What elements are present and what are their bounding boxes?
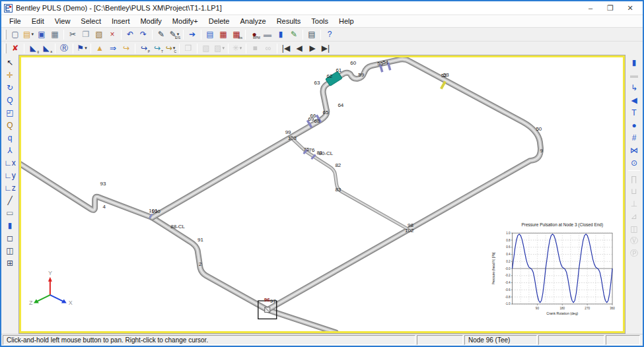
units-lbs-icon[interactable]: ▦lbs [230, 28, 243, 40]
database-icon[interactable]: ▮ [274, 28, 287, 40]
help-icon[interactable]: ? [323, 28, 336, 40]
menu-modify-plus[interactable]: Modify+ [167, 16, 203, 26]
copy-icon[interactable]: ❐ [79, 28, 92, 40]
node-label-60[interactable]: 60 [350, 60, 356, 66]
node-label-76[interactable]: 76 [309, 147, 315, 153]
minimize-button[interactable]: – [581, 2, 600, 14]
main-left-line[interactable] [21, 162, 152, 218]
open-file-icon[interactable]: ▤▾ [22, 28, 35, 40]
restart-icon[interactable]: Ⓡ [57, 42, 71, 54]
add-valve-icon[interactable]: ⋈ [627, 144, 641, 156]
node-label-9[interactable]: 9 [540, 148, 543, 154]
paste-icon[interactable]: ▧ [92, 28, 106, 40]
pan-hand-icon[interactable]: ✛ [3, 69, 17, 81]
run-analysis-icon[interactable]: ➔ [186, 28, 199, 40]
menu-results[interactable]: Results [271, 16, 306, 26]
node-label-4[interactable]: 4 [103, 204, 106, 210]
node-label-54[interactable]: 54 [382, 59, 388, 65]
node-label-2[interactable]: 2 [199, 261, 201, 267]
draw-line-icon[interactable]: ╱ [3, 194, 17, 206]
nav-prev-icon[interactable]: ◀ [293, 42, 306, 54]
add-elbow-icon[interactable]: ↳ [627, 81, 641, 94]
node-label-64[interactable]: 64 [338, 102, 343, 108]
node-label-97[interactable]: 97 [270, 298, 276, 304]
model-canvas[interactable]: 6055546159626352536465666968509991037576… [19, 55, 625, 333]
nav-next-icon[interactable]: ▶ [306, 42, 319, 54]
menu-modify[interactable]: Modify [135, 16, 166, 26]
pipe-outline-icon[interactable]: ▭ [3, 206, 17, 219]
undo-icon[interactable]: ↶ [124, 28, 137, 40]
view-y-icon[interactable]: ∟y [3, 169, 17, 181]
toolbar-grip[interactable] [4, 44, 7, 53]
node-label-65[interactable]: 65 [322, 110, 328, 115]
time-history-icon[interactable]: ↪ [120, 42, 133, 54]
node-label-68[interactable]: 68 [314, 118, 320, 124]
main-lower-line[interactable] [152, 218, 336, 331]
node-label-50[interactable]: 50 [536, 126, 542, 132]
node-label-100[interactable]: 100 [151, 208, 161, 214]
add-pump-icon[interactable]: ⊙ [627, 156, 641, 169]
zoom-in-icon[interactable]: Q [3, 94, 17, 106]
node-label-99[interactable]: 99 [285, 130, 291, 136]
add-cap-icon[interactable]: ● [627, 119, 641, 131]
menu-analyze[interactable]: Analyze [234, 16, 271, 26]
plot-pressure-icon[interactable]: ↪P [137, 42, 151, 54]
cut-icon[interactable]: ✂ [66, 28, 79, 40]
node-label-88-CL[interactable]: 88-CL [170, 224, 185, 230]
menu-file[interactable]: File [4, 16, 26, 26]
close-button[interactable]: ✕ [620, 2, 640, 14]
delete-results-icon[interactable]: ✘ [9, 42, 22, 54]
zoom-window-icon[interactable]: ◰ [3, 106, 17, 119]
node-label-62[interactable]: 62 [326, 73, 332, 79]
model-viewport[interactable]: 6055546159626352536465666968509991037576… [21, 57, 623, 331]
menu-help[interactable]: Help [334, 16, 359, 26]
node-label-102[interactable]: 102 [405, 228, 413, 234]
ramp-plot-icon[interactable]: ▲ [93, 42, 106, 54]
draw-pipe-icon[interactable]: ✎ [155, 28, 168, 40]
window-quad-icon[interactable]: ⊞ [3, 257, 17, 269]
add-reducer-icon[interactable]: ◀ [627, 94, 641, 106]
static-g-icon[interactable]: ◣g [26, 42, 40, 54]
node-label-59[interactable]: 59 [358, 72, 364, 78]
draw-element-icon[interactable]: ✎EIS▾ [168, 28, 181, 40]
mass-data-icon[interactable]: ▦ [217, 28, 230, 40]
add-pipe-icon[interactable]: ▮ [627, 56, 641, 69]
new-file-icon[interactable]: ▢ [9, 28, 22, 40]
menu-edit[interactable]: Edit [26, 16, 50, 26]
iso-view-icon[interactable]: ⅄ [3, 144, 17, 156]
view-z-icon[interactable]: ∟z [3, 181, 17, 194]
add-flange-icon[interactable]: # [627, 131, 641, 144]
node-label-103[interactable]: 103 [288, 135, 297, 141]
properties-grid-icon[interactable]: ▤ [203, 28, 217, 40]
nav-first-icon[interactable]: |◀ [279, 42, 293, 54]
node-label-53[interactable]: 53 [443, 72, 449, 78]
nav-last-icon[interactable]: ▶| [319, 42, 332, 54]
node-label-82[interactable]: 82 [335, 162, 341, 168]
node-label-80-CL[interactable]: 80-CL [319, 150, 334, 156]
plot-cycle-icon[interactable]: ↪C▾ [164, 42, 177, 54]
menu-delete[interactable]: Delete [203, 16, 235, 26]
node-label-63[interactable]: 63 [314, 80, 320, 86]
node-label-83[interactable]: 83 [335, 187, 341, 193]
save-file-icon[interactable]: ▣ [35, 28, 48, 40]
flag-icon[interactable]: ⚑▾ [75, 42, 89, 54]
menu-insert[interactable]: Insert [106, 16, 135, 26]
print-icon[interactable]: ▦ [48, 28, 61, 40]
node-label-93[interactable]: 93 [100, 181, 106, 187]
window-split-icon[interactable]: ◫ [3, 244, 17, 257]
menu-select[interactable]: Select [75, 16, 106, 26]
edit-input-icon[interactable]: ✎ [287, 28, 301, 40]
rpm-gauge-icon[interactable]: ●RPM [248, 28, 261, 40]
delete-icon[interactable]: × [106, 28, 119, 40]
static-a-icon[interactable]: ◣a [40, 42, 53, 54]
rotate-view-icon[interactable]: ↻ [3, 81, 17, 94]
restore-button[interactable]: ❐ [600, 2, 620, 14]
node-label-91[interactable]: 91 [197, 237, 203, 243]
add-tee-icon[interactable]: T [627, 106, 641, 119]
view-x-icon[interactable]: ∟x [3, 156, 17, 169]
plot-time-icon[interactable]: ↪T [151, 42, 164, 54]
menu-view[interactable]: View [50, 16, 76, 26]
menu-tools[interactable]: Tools [306, 16, 334, 26]
select-cursor-icon[interactable]: ↖ [3, 56, 17, 69]
window-single-icon[interactable]: ◻ [3, 232, 17, 244]
